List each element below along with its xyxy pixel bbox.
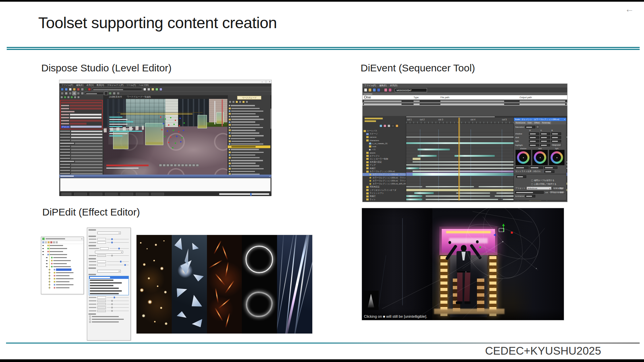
playhead[interactable] (459, 118, 459, 202)
viewport-button[interactable] (192, 164, 195, 167)
property-row[interactable] (89, 238, 129, 240)
property-field[interactable] (71, 130, 103, 132)
tree-row[interactable] (228, 140, 271, 142)
tool-icon[interactable] (147, 88, 150, 91)
tool-icon[interactable] (65, 88, 68, 91)
timeline-clip[interactable] (406, 195, 422, 197)
checkbox-row[interactable]: 補間カーブを使用する (531, 179, 565, 182)
visibility-eye-icon[interactable] (42, 254, 44, 255)
list-item[interactable] (89, 284, 128, 287)
visibility-eye-icon[interactable] (49, 281, 50, 282)
visibility-eye-icon[interactable] (49, 278, 50, 279)
close-icon[interactable]: × (81, 237, 83, 241)
list-item[interactable] (89, 282, 128, 284)
tree-row[interactable] (41, 265, 84, 268)
tree-row[interactable] (228, 134, 271, 137)
tree-row[interactable] (41, 286, 84, 289)
status-chip[interactable] (61, 193, 71, 195)
gizmo-x-handle-red[interactable] (511, 232, 513, 234)
tree-row[interactable] (41, 259, 84, 262)
sequencer-track-label[interactable]: mob (363, 145, 406, 148)
tree-row[interactable] (228, 165, 271, 167)
property-field[interactable] (71, 170, 103, 172)
gizmo-node-green[interactable] (479, 246, 481, 248)
tool-icon[interactable] (235, 101, 238, 103)
tool-icon[interactable] (69, 92, 72, 95)
tree-row[interactable] (228, 118, 271, 121)
tool-icon[interactable] (73, 88, 76, 91)
sequencer-track-label[interactable]: パス (363, 148, 406, 151)
viewport-button[interactable] (159, 164, 162, 167)
sequencer-track-label[interactable]: 色補正 (363, 167, 406, 170)
property-row[interactable] (60, 160, 103, 163)
tree-row[interactable] (228, 157, 271, 159)
visibility-eye-icon[interactable] (46, 263, 48, 264)
sequencer-track-label[interactable]: 点光源の設定 (363, 161, 406, 164)
list-item[interactable] (89, 287, 128, 290)
back-arrow-icon[interactable]: ← (625, 4, 634, 14)
tool-icon[interactable] (151, 88, 154, 91)
tree-row[interactable] (228, 110, 271, 112)
property-field[interactable] (71, 139, 103, 141)
visibility-eye-icon[interactable] (46, 260, 48, 261)
timeline-clip[interactable] (413, 171, 522, 172)
viewport-tab[interactable]: ワークグループ一覧編集 (127, 96, 151, 99)
status-chip[interactable] (74, 193, 87, 195)
property-row[interactable] (60, 148, 103, 150)
tool-icon[interactable] (64, 96, 66, 99)
property-field[interactable] (71, 167, 103, 169)
close-icon[interactable]: × (269, 175, 270, 177)
tree-row[interactable] (228, 143, 271, 145)
field-value[interactable] (70, 120, 102, 122)
mode-combo[interactable] (85, 92, 104, 95)
camera-combo[interactable] (92, 88, 142, 91)
menu-item[interactable]: 表示(D) (390, 84, 397, 87)
panel-titlebar[interactable]: Scale - エレメント・カラーコレクション(3DLut) × (514, 118, 566, 121)
tool-icon[interactable] (143, 88, 146, 91)
text-input[interactable] (70, 114, 102, 116)
column-header[interactable]: Type (414, 95, 419, 100)
console-header[interactable]: × (59, 175, 271, 178)
open-folder-icon[interactable] (368, 88, 372, 92)
property-row[interactable] (60, 145, 103, 147)
address-value[interactable] (70, 126, 102, 128)
column-header[interactable]: Output path (520, 95, 532, 100)
tool-icon[interactable] (60, 96, 63, 99)
visibility-eye-icon[interactable] (46, 257, 48, 258)
visibility-eye-icon[interactable] (49, 269, 50, 270)
field-value[interactable] (70, 105, 102, 107)
tool-icon[interactable] (61, 92, 64, 95)
property-field[interactable] (71, 145, 103, 147)
sequencer-track-label[interactable]: カラーコレクション(3DLut) ラストカット_背景 (363, 173, 406, 176)
field-value[interactable] (70, 108, 102, 110)
tool-icon[interactable] (74, 96, 76, 99)
dropdown[interactable] (95, 251, 123, 253)
sequencer-track-label[interactable]: ライトシャフト (363, 192, 406, 195)
preset-dropdown[interactable]: defaultcust (527, 187, 551, 190)
viewport-button[interactable] (174, 164, 177, 167)
tool-icon[interactable] (373, 88, 376, 92)
tool-icon[interactable] (77, 88, 80, 91)
wheel-value-field[interactable] (515, 166, 529, 169)
sequencer-track-label[interactable]: コントローラー制御 (363, 158, 406, 161)
viewport-3d-scene[interactable] (104, 99, 228, 175)
checkbox-row[interactable] (89, 321, 128, 323)
tool-icon-active[interactable] (73, 92, 76, 95)
checkbox-row[interactable] (89, 316, 128, 317)
timeline-button[interactable] (387, 124, 390, 127)
timeline-clip[interactable] (426, 186, 474, 187)
list-refresh-button[interactable]: リスト更新 (552, 187, 565, 190)
list-item-selected[interactable] (89, 276, 128, 279)
tree-row[interactable] (228, 159, 271, 162)
sequencer-track-label[interactable]: エフェクト (363, 154, 406, 157)
property-field[interactable] (71, 155, 103, 157)
new-file-icon[interactable] (364, 88, 367, 92)
tool-icon[interactable] (65, 92, 68, 95)
sequencer-track-label[interactable]: assets (363, 151, 406, 154)
property-row[interactable] (60, 130, 103, 132)
timeline-clip[interactable] (406, 186, 422, 187)
preset-save-button[interactable]: プリセット保存 (549, 191, 565, 194)
file-row[interactable] (363, 100, 567, 103)
tree-row[interactable] (228, 107, 271, 110)
rgb-field[interactable] (540, 136, 550, 139)
